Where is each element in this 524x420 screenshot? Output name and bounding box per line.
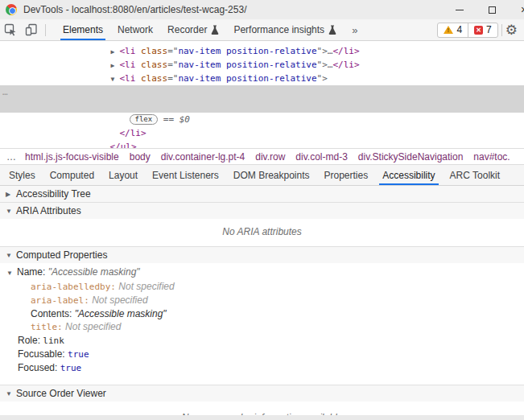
- errors-badge[interactable]: ✕ 7: [468, 23, 497, 37]
- tab-styles[interactable]: Styles: [2, 165, 43, 185]
- property-key: Focusable:: [18, 348, 65, 360]
- dom-tree-row-close-ul[interactable]: </ul>: [0, 126, 524, 140]
- property-key: Contents:: [31, 308, 72, 319]
- section-title: Computed Properties: [16, 249, 107, 261]
- tab-performance-insights[interactable]: Performance insights: [226, 19, 344, 40]
- warnings-badge[interactable]: 4: [438, 23, 468, 37]
- tag-end: </ul>: [110, 142, 137, 148]
- toggle-device-toolbar-button[interactable]: [21, 19, 42, 40]
- devtools-tab-strip: Elements Network Recorder Performance in…: [56, 19, 365, 40]
- issues-badges: 4 ✕ 7: [437, 23, 497, 38]
- disclosure-expanded-icon[interactable]: ▼: [6, 390, 16, 397]
- section-computed-properties: ▼ Computed Properties ▼Name: "Accessible…: [0, 247, 524, 385]
- close-icon: ✕: [520, 5, 524, 15]
- overflow-menu-icon[interactable]: …: [2, 85, 8, 99]
- inspect-element-icon: [4, 23, 17, 36]
- minimize-icon: [456, 10, 464, 10]
- settings-button[interactable]: ⚙: [505, 23, 518, 37]
- dom-tree-row-flex-annotation: flex == $0: [0, 99, 524, 113]
- close-button[interactable]: ✕: [508, 0, 524, 19]
- tab-arc-toolkit[interactable]: ARC Toolkit: [443, 165, 507, 185]
- toolbar-separator: [501, 24, 502, 36]
- tab-layout[interactable]: Layout: [101, 165, 145, 185]
- breadcrumb-item-body[interactable]: body: [130, 151, 151, 163]
- tab-network[interactable]: Network: [110, 19, 160, 40]
- disclosure-collapsed-icon[interactable]: ▶: [6, 191, 16, 198]
- breadcrumb-item-sticky-nav[interactable]: div.StickySideNavigation: [358, 151, 464, 163]
- property-key: Role:: [18, 335, 40, 346]
- tab-accessibility[interactable]: Accessibility: [375, 165, 442, 185]
- property-row-role: Role: link: [0, 334, 524, 348]
- property-key: Name:: [17, 266, 45, 278]
- property-value: Not specified: [65, 321, 121, 332]
- chevron-double-right-icon: »: [352, 24, 357, 36]
- warning-count: 4: [456, 24, 462, 35]
- warning-icon: [444, 26, 453, 34]
- tab-event-listeners[interactable]: Event Listeners: [145, 165, 226, 185]
- breadcrumb: … html.js.js-focus-visible body div.cont…: [0, 148, 524, 165]
- section-title: Accessibility Tree: [16, 188, 91, 200]
- property-row-name[interactable]: ▼Name: "Accessible masking": [0, 266, 524, 280]
- section-header-accessibility-tree[interactable]: ▶ Accessibility Tree: [0, 186, 524, 202]
- breadcrumb-item-container[interactable]: div.container-lg.pt-4: [161, 151, 245, 163]
- dom-tree-row-pseudo-marker[interactable]: ::marker: [0, 72, 524, 85]
- maximize-button[interactable]: [476, 0, 508, 19]
- sidebar-panel-tabs: Styles Computed Layout Event Listeners D…: [0, 165, 524, 186]
- inspect-element-button[interactable]: [0, 19, 21, 40]
- error-icon: ✕: [474, 26, 483, 35]
- dom-tree-row-close-li[interactable]: </li>: [0, 113, 524, 126]
- breadcrumb-item-nav-toc[interactable]: nav#toc.: [473, 151, 510, 163]
- experiment-flask-icon: [211, 25, 219, 35]
- property-row-focused: Focused: true: [0, 361, 524, 375]
- tab-elements-label: Elements: [63, 24, 103, 35]
- tab-dom-breakpoints[interactable]: DOM Breakpoints: [226, 165, 317, 185]
- device-toolbar-icon: [25, 23, 38, 36]
- tab-elements[interactable]: Elements: [56, 19, 110, 40]
- dom-tree-row-li-expanded[interactable]: ▼<li class="nav-item position-relative">: [0, 58, 524, 72]
- toolbar-right-group: 4 ✕ 7 ⚙: [437, 19, 524, 40]
- breadcrumb-item-html[interactable]: html.js.js-focus-visible: [25, 151, 119, 163]
- devtools-toolbar: Elements Network Recorder Performance in…: [0, 19, 524, 41]
- tab-performance-insights-label: Performance insights: [233, 24, 324, 35]
- section-accessibility-tree: ▶ Accessibility Tree: [0, 186, 524, 203]
- computed-properties-body: ▼Name: "Accessible masking" aria-labelle…: [0, 263, 524, 385]
- property-value: Not specified: [118, 281, 174, 292]
- dom-tree-row-li-collapsed[interactable]: ▶<li class="nav-item position-relative">…: [0, 44, 524, 58]
- section-header-computed-properties[interactable]: ▼ Computed Properties: [0, 247, 524, 263]
- section-title: ARIA Attributes: [16, 205, 81, 216]
- property-row-aria-label: aria-label: Not specified: [0, 294, 524, 307]
- disclosure-expanded-icon[interactable]: ▼: [6, 208, 16, 215]
- section-header-source-order-viewer[interactable]: ▼ Source Order Viewer: [0, 385, 524, 401]
- accessibility-pane: ▶ Accessibility Tree ▼ ARIA Attributes N…: [0, 186, 524, 420]
- breadcrumb-item-row[interactable]: div.row: [255, 151, 285, 163]
- property-value: Not specified: [92, 294, 147, 306]
- property-row-aria-labelledby: aria-labelledby: Not specified: [0, 280, 524, 294]
- window-titlebar: DevTools - localhost:8080/en/articles/te…: [0, 0, 524, 19]
- bottom-scrollbar-track[interactable]: [0, 415, 524, 420]
- window-title: DevTools - localhost:8080/en/articles/te…: [23, 4, 246, 15]
- maximize-icon: [489, 6, 496, 14]
- tab-properties[interactable]: Properties: [317, 165, 376, 185]
- tab-recorder[interactable]: Recorder: [160, 19, 226, 40]
- property-key: aria-labelledby:: [31, 282, 116, 292]
- window-controls: ✕: [444, 0, 524, 19]
- aria-empty-message: No ARIA attributes: [0, 219, 524, 246]
- tab-computed[interactable]: Computed: [43, 165, 101, 185]
- tab-network-label: Network: [118, 24, 153, 35]
- dom-tree-row-anchor-selected[interactable]: …▶<a href="#accessible-masking" class="n…: [0, 85, 524, 99]
- gear-icon: ⚙: [505, 23, 518, 38]
- property-value: true: [60, 363, 82, 373]
- breadcrumb-overflow-button[interactable]: …: [0, 151, 25, 163]
- property-row-focusable: Focusable: true: [0, 348, 524, 361]
- property-key: Focused:: [18, 362, 57, 373]
- section-header-aria-attributes[interactable]: ▼ ARIA Attributes: [0, 203, 524, 219]
- disclosure-expanded-icon[interactable]: ▼: [6, 267, 17, 280]
- more-tabs-button[interactable]: »: [344, 19, 365, 40]
- property-row-title: title: Not specified: [0, 320, 524, 334]
- chrome-logo-icon: [6, 4, 17, 15]
- disclosure-expanded-icon[interactable]: ▼: [6, 252, 16, 259]
- property-key: aria-label:: [31, 295, 89, 306]
- property-value: "Accessible masking": [48, 266, 140, 278]
- minimize-button[interactable]: [444, 0, 476, 19]
- breadcrumb-item-col[interactable]: div.col-md-3: [295, 151, 347, 163]
